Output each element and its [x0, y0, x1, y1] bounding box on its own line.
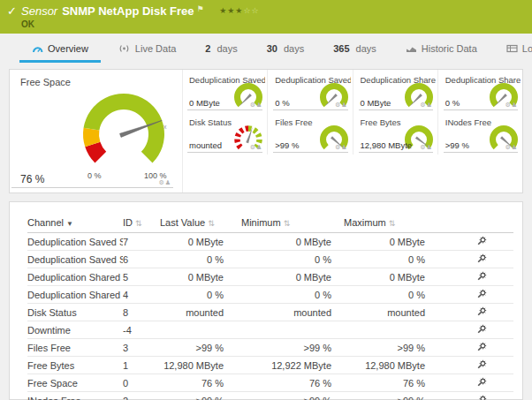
primary-gauge-cell: Free Space x 0 % 100 % 76 % ⚙♟ — [10, 70, 183, 192]
needle-tip-marker: x — [163, 124, 167, 130]
tab-live-data[interactable]: Live Data — [118, 34, 176, 63]
channel-gauge-cell[interactable]: INodes Free>99 %⚙♟ — [437, 112, 522, 155]
cell-min: 76 % — [241, 374, 344, 392]
channel-gauge-value: 0 MByte — [361, 98, 391, 108]
channel-gauge-cell[interactable]: Files Free>99 %⚙♟ — [267, 112, 352, 155]
cell-min: 0 MByte — [241, 233, 344, 251]
area-chart-icon — [406, 44, 417, 53]
cell-actions — [443, 321, 513, 339]
gauge-person-icon[interactable]: ♟ — [341, 102, 347, 108]
stars-filled[interactable]: ★★★ — [219, 6, 243, 15]
channel-edit-icon[interactable] — [476, 359, 487, 370]
channel-gauge-cell[interactable]: Deduplication Shared ...0 %⚙♟ — [437, 70, 522, 112]
gauge-settings-icon[interactable]: ⚙ — [250, 102, 256, 108]
sensor-type-label: Sensor — [21, 4, 57, 18]
gauge-settings-icon[interactable]: ⚙ — [505, 102, 511, 108]
channel-gauge-cell[interactable]: Deduplication Saved S...0 MByte⚙♟ — [182, 70, 267, 112]
cell-max — [344, 321, 443, 339]
gauge-settings-icon[interactable]: ⚙ — [250, 144, 256, 150]
column-header-channel[interactable]: Channel▼ — [27, 215, 123, 233]
channel-edit-icon[interactable] — [476, 306, 487, 317]
gauge-person-icon[interactable]: ♟ — [426, 144, 432, 150]
column-header-actions — [443, 215, 513, 233]
channel-edit-icon[interactable] — [476, 324, 487, 335]
gauge-person-icon[interactable]: ♟ — [256, 144, 262, 150]
tab-label: Log — [522, 43, 532, 54]
table-row[interactable]: Disk Status8mountedmountedmounted — [27, 304, 513, 321]
gauge-icon — [32, 45, 43, 53]
gauge-person-icon[interactable]: ♟ — [512, 144, 518, 150]
gauge-value-row: 0 %⚙♟ — [444, 97, 518, 110]
table-row[interactable]: Deduplication Shared S...40 %0 %0 % — [27, 286, 513, 304]
gauge-settings-icon[interactable]: ⚙ — [505, 144, 511, 150]
cell-max: >99 % — [344, 392, 443, 400]
gauge-person-icon[interactable]: ♟ — [426, 102, 432, 108]
channel-gauge-cell[interactable]: Deduplication Shared ...0 MByte⚙♟ — [353, 70, 437, 112]
table-row[interactable]: Files Free3>99 %>99 %>99 % — [27, 339, 513, 357]
column-header-minimum[interactable]: Minimum⇅ — [241, 215, 344, 233]
channel-edit-icon[interactable] — [476, 377, 487, 388]
channel-gauge-value: 0 MByte — [189, 98, 220, 108]
gauge-person-icon[interactable]: ♟ — [165, 179, 171, 185]
tab-365-days[interactable]: 365 days — [333, 34, 376, 63]
channel-edit-icon[interactable] — [476, 253, 487, 264]
gauge-person-icon[interactable]: ♟ — [512, 102, 518, 108]
channel-edit-icon[interactable] — [476, 289, 487, 299]
cell-min: >99 % — [241, 339, 344, 357]
cell-id: 0 — [123, 374, 160, 392]
cell-last: >99 % — [160, 392, 241, 400]
channel-edit-icon[interactable] — [476, 236, 487, 246]
tab-historic-data[interactable]: Historic Data — [406, 34, 477, 63]
column-header-id[interactable]: ID⇅ — [123, 215, 160, 233]
cell-id: -4 — [123, 321, 160, 339]
table-row[interactable]: Free Space076 %76 %76 % — [27, 374, 513, 392]
cell-actions — [443, 304, 513, 321]
flag-icon[interactable]: ⚑ — [197, 4, 204, 13]
channel-gauge-cell[interactable]: Free Bytes12,980 MByte⚙♟ — [353, 112, 437, 155]
gauge-value-row: >99 %⚙♟ — [273, 140, 347, 153]
channel-gauge-cell[interactable]: Deduplication Saved S...0 %⚙♟ — [267, 70, 352, 112]
table-row[interactable]: Free Bytes112,980 MByte12,922 MByte12,98… — [27, 357, 513, 374]
tab-label: Live Data — [135, 43, 176, 54]
gauge-value-row: mounted⚙♟ — [187, 140, 262, 153]
table-row[interactable]: Deduplication Shared S...50 MByte0 MByte… — [27, 268, 513, 286]
gauge-person-icon[interactable]: ♟ — [341, 144, 347, 150]
table-icon — [506, 44, 518, 53]
table-row[interactable]: Downtime-4 — [27, 321, 513, 339]
sort-icon: ⇅ — [284, 219, 291, 228]
cell-id: 5 — [123, 268, 160, 286]
cell-last — [160, 321, 241, 339]
cell-actions — [443, 268, 513, 286]
table-row[interactable]: Deduplication Saved Sp...60 %0 %0 % — [27, 251, 513, 268]
channel-edit-icon[interactable] — [476, 342, 487, 352]
tab-label: Overview — [48, 43, 88, 54]
priority-stars[interactable]: ★★★☆☆ — [219, 6, 259, 15]
cell-min: 0 % — [241, 286, 344, 304]
cell-last: >99 % — [160, 339, 241, 357]
cell-last: 0 MByte — [160, 233, 241, 251]
gauge-value-row: 0 MByte⚙♟ — [359, 97, 433, 110]
cell-channel: Free Space — [27, 374, 123, 392]
cell-max: 0 % — [344, 251, 443, 268]
tab-30-days[interactable]: 30 days — [267, 34, 305, 63]
column-header-last-value[interactable]: Last Value⇅ — [160, 215, 241, 233]
tab-overview[interactable]: Overview — [32, 34, 88, 63]
primary-gauge-value: 76 % — [20, 173, 44, 185]
table-row[interactable]: INodes Free2>99 %>99 %>99 % — [27, 392, 513, 400]
tab-log[interactable]: Log — [506, 34, 532, 63]
gauge-person-icon[interactable]: ♟ — [256, 102, 262, 108]
column-header-maximum[interactable]: Maximum⇅ — [344, 215, 443, 233]
small-gauges-grid: Deduplication Saved S...0 MByte⚙♟Dedupli… — [182, 70, 522, 155]
channel-edit-icon[interactable] — [476, 271, 487, 282]
cell-channel: Downtime — [27, 321, 123, 339]
tab-2-days[interactable]: 2 days — [205, 34, 237, 63]
gauge-settings-icon[interactable]: ⚙ — [158, 179, 164, 185]
page-title: SNMP NetApp Disk Free — [62, 4, 194, 18]
cell-max: 76 % — [344, 374, 443, 392]
channel-gauge-cell[interactable]: Disk Statusmounted⚙♟ — [182, 112, 267, 155]
table-row[interactable]: Deduplication Saved Sp...70 MByte0 MByte… — [27, 233, 513, 251]
stars-empty[interactable]: ☆☆ — [243, 6, 259, 15]
cell-id: 7 — [123, 233, 160, 251]
channel-edit-icon[interactable] — [476, 395, 487, 400]
channel-gauge-value: 12,980 MByte — [361, 140, 413, 150]
